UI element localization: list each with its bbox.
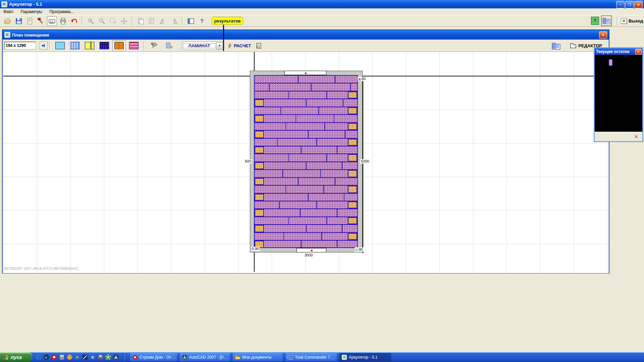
pan-button[interactable] bbox=[119, 16, 129, 26]
plank-seam bbox=[324, 123, 325, 130]
report-button[interactable] bbox=[25, 16, 35, 26]
quicklaunch-media-player-icon[interactable] bbox=[74, 354, 80, 360]
measure-button[interactable]: 1.2 bbox=[47, 16, 57, 26]
mark-bottom-right: с-90 bbox=[355, 247, 363, 252]
quicklaunch-photoshop-icon[interactable] bbox=[82, 354, 88, 360]
plank-seam bbox=[280, 107, 281, 114]
minimize-button[interactable]: – bbox=[616, 1, 625, 8]
quicklaunch-mail-icon[interactable] bbox=[66, 354, 73, 360]
quicklaunch-calculator-icon[interactable] bbox=[59, 354, 65, 360]
task-button-opera[interactable]: Строим Дом - Ответ... bbox=[130, 353, 177, 361]
blue-arrow-icon bbox=[41, 43, 46, 48]
remnant-piece[interactable] bbox=[609, 59, 612, 66]
plank-seam bbox=[296, 115, 296, 122]
task-button-folder[interactable]: Мои документы bbox=[233, 353, 283, 361]
plank-seam bbox=[335, 76, 335, 83]
quicklaunch-ie-icon[interactable]: e bbox=[36, 354, 42, 360]
offcut-piece bbox=[255, 99, 264, 106]
results-button[interactable] bbox=[255, 42, 262, 50]
task-button-autocad[interactable]: AutoCAD 2007 - [D:\... bbox=[180, 353, 230, 361]
page-icon bbox=[138, 18, 144, 24]
plank-row bbox=[255, 115, 357, 123]
plank-row bbox=[255, 76, 357, 83]
plank-size-input[interactable] bbox=[4, 42, 36, 50]
plank-seam bbox=[337, 209, 337, 216]
open-button[interactable] bbox=[3, 16, 12, 26]
print-button[interactable] bbox=[58, 16, 68, 26]
pattern-navy-grid-button[interactable] bbox=[98, 40, 111, 51]
menu-item-1[interactable]: Файл bbox=[3, 9, 13, 14]
menu-item-3[interactable]: Программа... bbox=[49, 9, 74, 14]
material-select[interactable]: ЛАМИНАТ ▼ bbox=[182, 42, 223, 50]
quicklaunch-kaspersky-icon[interactable]: K bbox=[90, 354, 96, 360]
task-button-arkulator[interactable]: Аркулятор - 5.1 bbox=[339, 353, 391, 361]
quicklaunch-autocad-icon[interactable] bbox=[113, 354, 119, 360]
svg-text:e: e bbox=[37, 355, 40, 360]
remnants-close-button[interactable]: ✕ bbox=[635, 49, 642, 55]
task-label: Аркулятор - 5.1 bbox=[349, 355, 377, 360]
remnants-canvas[interactable] bbox=[595, 55, 642, 132]
select-button[interactable] bbox=[108, 16, 118, 26]
pattern-pink-lines-button[interactable] bbox=[127, 40, 141, 51]
quicklaunch-browser-icon[interactable]: e bbox=[43, 354, 50, 360]
plank-row bbox=[255, 92, 357, 99]
save-button[interactable] bbox=[14, 16, 23, 26]
help-button[interactable]: ? bbox=[197, 16, 207, 26]
floor-layout[interactable] bbox=[254, 75, 358, 248]
plank-seam bbox=[337, 241, 337, 248]
remnants-view-button[interactable] bbox=[549, 41, 563, 51]
project-guid: 5872EDDF-1097-4B1A-87C0-98F3886A642C bbox=[4, 266, 79, 270]
panel-button[interactable] bbox=[186, 16, 196, 26]
apply-size-button[interactable] bbox=[40, 42, 48, 50]
zoom-in-button[interactable] bbox=[86, 16, 96, 26]
offcut-piece bbox=[348, 123, 357, 130]
pattern-cyan-grid-button[interactable] bbox=[53, 40, 67, 51]
quicklaunch-icq-icon[interactable] bbox=[105, 354, 111, 360]
combo-arrow-icon[interactable]: ▼ bbox=[216, 42, 223, 49]
quicklaunch-disk-icon[interactable] bbox=[97, 354, 104, 360]
plank-seam bbox=[335, 178, 335, 185]
plank-seam bbox=[320, 170, 321, 177]
flip-left-button[interactable] bbox=[158, 16, 168, 26]
settings-tools-button[interactable] bbox=[148, 40, 161, 51]
svg-text:K: K bbox=[92, 355, 94, 359]
pattern-pink-lines-icon bbox=[129, 42, 139, 49]
task-button-totalcmd[interactable]: TCTotal Commander 7.0... bbox=[285, 353, 337, 361]
toolbar-separator bbox=[144, 41, 145, 50]
restore-button[interactable]: ❐ bbox=[625, 1, 634, 8]
list-export-button[interactable] bbox=[162, 40, 176, 51]
tools-icon bbox=[38, 18, 44, 24]
remnant-delete-button[interactable]: ✕ bbox=[634, 134, 638, 140]
help-green-button[interactable]: ? bbox=[591, 17, 599, 25]
plan-canvas[interactable]: д-90 б-90 с-90 500 5000 3000 5872EDDF-10… bbox=[3, 52, 609, 273]
plank-seam bbox=[298, 178, 299, 185]
plank-seam bbox=[342, 162, 342, 169]
plan-close-button[interactable]: ✕ bbox=[599, 32, 607, 39]
quicklaunch-opera-icon[interactable] bbox=[51, 354, 57, 360]
plan-view-toggle-button[interactable] bbox=[601, 15, 612, 26]
plank-seam bbox=[306, 162, 307, 169]
plank-row bbox=[255, 139, 357, 146]
close-button[interactable]: ✕ bbox=[634, 1, 643, 8]
pattern-yellow-button[interactable] bbox=[83, 40, 96, 51]
menu-item-2[interactable]: Параметры bbox=[21, 9, 42, 14]
svg-text:e: e bbox=[45, 355, 47, 359]
zoom-in-icon bbox=[88, 18, 94, 24]
tools-button[interactable] bbox=[36, 16, 46, 26]
flip-right-button[interactable] bbox=[169, 16, 179, 26]
exit-button[interactable]: ✕ Выход bbox=[621, 18, 643, 24]
task-label: AutoCAD 2007 - [D:\... bbox=[189, 355, 228, 360]
page2-button[interactable] bbox=[147, 16, 157, 26]
plank-row bbox=[255, 99, 357, 107]
calc-button[interactable]: РАСЧЕТ bbox=[228, 43, 251, 48]
undo-button[interactable] bbox=[69, 16, 79, 26]
pattern-orange-bricks-button[interactable] bbox=[112, 40, 126, 51]
offcut-piece bbox=[255, 209, 264, 216]
open-icon bbox=[4, 18, 11, 24]
zoom-out-button[interactable] bbox=[97, 16, 107, 26]
remnants-titlebar: Текущие остатки ✕ bbox=[595, 48, 642, 55]
page-button[interactable] bbox=[136, 16, 146, 26]
pattern-vstripes-button[interactable] bbox=[68, 40, 82, 51]
dim-bottom: 3000 bbox=[304, 253, 313, 257]
start-button[interactable]: пуск bbox=[0, 352, 32, 362]
